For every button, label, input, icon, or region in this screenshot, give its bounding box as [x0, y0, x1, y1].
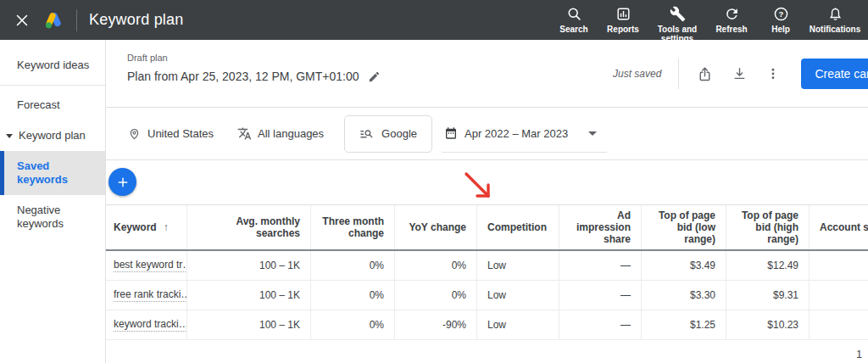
table-cell: 0%: [311, 251, 395, 280]
column-header-competition[interactable]: Competition: [477, 205, 559, 249]
search-button[interactable]: Search: [553, 0, 595, 34]
plan-title: Plan from Apr 25, 2023, 12 PM, GMT+01:00: [127, 70, 359, 83]
column-header-ad-impression-share[interactable]: Ad impression share: [559, 205, 642, 249]
table-header-row: Keyword↑Avg. monthly searchesThree month…: [106, 204, 868, 251]
calendar-icon: [444, 126, 458, 140]
table-cell: Low: [477, 281, 559, 310]
share-icon[interactable]: [696, 65, 714, 83]
plus-icon: [115, 175, 131, 190]
table-cell: -90%: [395, 310, 477, 339]
search-network-icon: [359, 126, 374, 141]
language-filter[interactable]: All languages: [237, 126, 324, 141]
column-header-yoy-change[interactable]: YoY change: [395, 205, 477, 249]
table-cell: $9.31: [726, 281, 810, 310]
reports-button[interactable]: Reports: [602, 0, 644, 34]
sidebar: Keyword ideas Forecast Keyword plan Save…: [0, 40, 106, 363]
sidebar-item-keyword-ideas[interactable]: Keyword ideas: [0, 50, 105, 81]
table-cell: 0%: [395, 251, 477, 280]
table-cell: —: [559, 251, 642, 280]
edit-pencil-icon[interactable]: [368, 70, 381, 83]
divider: [76, 9, 77, 31]
translate-icon: [237, 126, 252, 141]
download-icon[interactable]: [731, 65, 748, 83]
divider: [678, 59, 679, 89]
keywords-table: Keyword↑Avg. monthly searchesThree month…: [106, 204, 868, 340]
table-cell: 100 – 1K: [187, 310, 311, 339]
google-ads-logo: [42, 9, 64, 31]
table-row: free rank tracki…100 – 1K0%0%Low—$3.30$9…: [106, 281, 868, 310]
svg-text:?: ?: [778, 9, 783, 19]
divider: [0, 85, 105, 86]
refresh-button[interactable]: Refresh: [710, 0, 753, 34]
column-header-top-of-page-bid-high-range-[interactable]: Top of page bid (high range): [726, 205, 810, 249]
keyword-cell[interactable]: best keyword tr…: [106, 251, 187, 280]
sidebar-item-saved-keywords[interactable]: Saved keywords: [0, 151, 105, 195]
keyword-cell[interactable]: keyword tracki…: [106, 310, 187, 339]
close-icon[interactable]: [14, 12, 31, 29]
table-cell: $3.30: [642, 281, 726, 310]
plan-header: Draft plan Plan from Apr 25, 2023, 12 PM…: [106, 40, 868, 108]
pagination-text: 1: [856, 349, 862, 360]
pagination[interactable]: 1: [106, 340, 868, 363]
column-header-account-status[interactable]: Account status: [810, 205, 868, 249]
save-status: Just saved: [613, 68, 661, 80]
table-cell: Low: [477, 251, 559, 280]
chevron-down-icon: [588, 131, 597, 136]
table-cell: 0%: [311, 310, 395, 339]
column-header-keyword[interactable]: Keyword↑: [106, 205, 187, 249]
notifications-icon: [827, 6, 843, 22]
table-cell: Low: [477, 310, 559, 339]
table-row: keyword tracki…100 – 1K0%-90%Low—$1.25$1…: [106, 310, 868, 340]
search-icon: [566, 6, 582, 22]
tools-and-settings-button[interactable]: Tools and settings: [651, 0, 704, 43]
location-pin-icon: [127, 126, 142, 141]
column-header-avg-monthly-searches[interactable]: Avg. monthly searches: [187, 205, 311, 249]
sidebar-item-forecast[interactable]: Forecast: [0, 90, 105, 120]
table-cell: [810, 281, 868, 310]
table-cell: —: [559, 310, 642, 339]
create-campaign-button[interactable]: Create campaign: [801, 59, 868, 89]
top-app-bar: Keyword plan Search Reports Tools and se…: [0, 0, 868, 40]
sort-ascending-icon: ↑: [164, 221, 169, 233]
sidebar-item-keyword-plan[interactable]: Keyword plan: [0, 120, 105, 151]
table-cell: [810, 251, 868, 280]
help-button[interactable]: ? Help: [760, 0, 802, 34]
column-header-top-of-page-bid-low-range-[interactable]: Top of page bid (low range): [642, 205, 726, 249]
table-cell: 0%: [311, 281, 395, 310]
more-options-kebab-icon[interactable]: [765, 66, 781, 81]
table-cell: $1.25: [642, 310, 726, 339]
wrench-icon: [670, 6, 686, 22]
sidebar-item-negative-keywords[interactable]: Negative keywords: [0, 195, 105, 239]
table-cell: $3.49: [642, 251, 726, 280]
keyword-cell[interactable]: free rank tracki…: [106, 281, 187, 310]
table-row: best keyword tr…100 – 1K0%0%Low—$3.49$12…: [106, 251, 868, 281]
help-icon: ?: [773, 6, 789, 22]
network-select[interactable]: Google: [344, 115, 432, 153]
table-cell: [810, 310, 868, 339]
table-body: best keyword tr…100 – 1K0%0%Low—$3.49$12…: [106, 251, 868, 340]
add-keywords-button[interactable]: [108, 168, 136, 196]
table-cell: $10.23: [726, 310, 810, 339]
column-header-three-month-change[interactable]: Three month change: [311, 205, 395, 249]
main-content: Draft plan Plan from Apr 25, 2023, 12 PM…: [106, 40, 868, 363]
notifications-button[interactable]: Notifications: [809, 0, 861, 34]
table-cell: 100 – 1K: [187, 281, 311, 310]
chevron-down-icon: [6, 134, 13, 138]
location-filter[interactable]: United States: [127, 126, 214, 141]
fab-row: [106, 160, 868, 204]
table-cell: 0%: [395, 281, 477, 310]
table-cell: 100 – 1K: [187, 251, 311, 280]
topbar-nav: Search Reports Tools and settings Refres…: [553, 0, 868, 40]
table-cell: —: [559, 281, 642, 310]
date-range-select[interactable]: Apr 2022 – Mar 2023: [442, 115, 607, 153]
filter-bar: United States All languages Google Apr 2…: [106, 108, 868, 160]
page-title: Keyword plan: [89, 11, 183, 29]
table-cell: $12.49: [726, 251, 810, 280]
refresh-icon: [724, 6, 740, 22]
reports-icon: [615, 6, 632, 22]
